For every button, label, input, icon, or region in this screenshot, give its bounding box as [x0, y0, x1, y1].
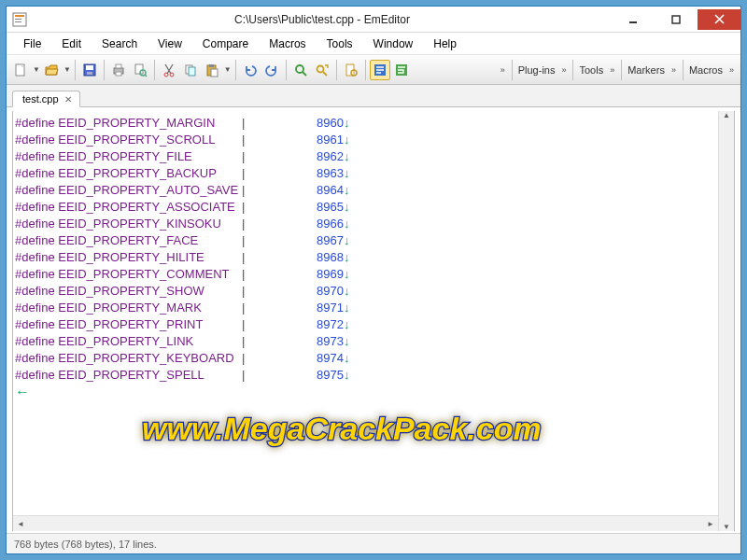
svg-rect-18	[189, 67, 195, 76]
menu-macros[interactable]: Macros	[260, 35, 315, 52]
code-line[interactable]: #define EEID_PROPERTY_FACE|8967↓	[15, 232, 734, 249]
svg-rect-3	[15, 21, 21, 22]
redo-icon[interactable]	[261, 60, 282, 80]
svg-point-16	[170, 73, 174, 77]
open-file-icon[interactable]	[41, 60, 62, 80]
minimize-button[interactable]	[612, 9, 655, 30]
code-line[interactable]: #define EEID_PROPERTY_HILITE|8968↓	[15, 249, 734, 266]
separator	[336, 60, 337, 80]
menu-help[interactable]: Help	[424, 35, 466, 52]
horizontal-scrollbar[interactable]: ◄►	[13, 515, 718, 531]
svg-rect-8	[86, 65, 93, 70]
code-line[interactable]: #define EEID_PROPERTY_COMMENT|8969↓	[15, 266, 734, 283]
tab-close-icon[interactable]: ✕	[64, 94, 72, 105]
separator	[154, 60, 155, 80]
code-line[interactable]: #define EEID_PROPERTY_MARK|8971↓	[15, 300, 734, 316]
menubar: File Edit Search View Compare Macros Too…	[7, 33, 740, 55]
separator	[75, 60, 76, 80]
svg-text:www.MegaCrackPack.com: www.MegaCrackPack.com	[142, 411, 542, 446]
svg-rect-2	[15, 19, 21, 20]
overflow-icon[interactable]: »	[498, 65, 508, 75]
tabbar: test.cpp ✕	[7, 85, 740, 107]
svg-rect-4	[629, 21, 637, 23]
replace-icon[interactable]	[312, 60, 332, 80]
statusbar: 768 bytes (768 bytes), 17 lines.	[7, 533, 740, 553]
dropdown-icon[interactable]: ▼	[63, 65, 71, 74]
editor-area[interactable]: #define EEID_PROPERTY_MARGIN|8960↓#defin…	[12, 111, 735, 531]
separator	[512, 60, 513, 80]
code-line[interactable]: #define EEID_PROPERTY_SPELL|8975↓	[15, 367, 734, 384]
code-content[interactable]: #define EEID_PROPERTY_MARGIN|8960↓#defin…	[13, 111, 734, 384]
toolbar-plugins-label[interactable]: Plug-ins	[516, 64, 557, 76]
word-wrap-icon[interactable]	[370, 60, 390, 80]
code-line[interactable]: #define EEID_PROPERTY_PRINT|8972↓	[15, 316, 734, 333]
svg-rect-13	[135, 64, 143, 74]
code-line[interactable]: #define EEID_PROPERTY_SCROLL|8961↓	[15, 132, 734, 148]
separator	[365, 60, 366, 80]
menu-file[interactable]: File	[14, 35, 50, 52]
large-file-icon[interactable]	[341, 60, 361, 80]
window-title: C:\Users\Public\test.cpp - EmEditor	[33, 13, 612, 26]
undo-icon[interactable]	[240, 60, 261, 80]
svg-rect-5	[672, 16, 680, 23]
code-line[interactable]: #define EEID_PROPERTY_KINSOKU|8966↓	[15, 216, 734, 232]
paste-icon[interactable]	[202, 60, 222, 80]
app-window: C:\Users\Public\test.cpp - EmEditor File…	[6, 6, 741, 554]
overflow-icon[interactable]: »	[669, 65, 679, 75]
overflow-icon[interactable]: »	[607, 65, 617, 75]
code-line[interactable]: #define EEID_PROPERTY_FILE|8962↓	[15, 148, 734, 165]
menu-edit[interactable]: Edit	[52, 35, 91, 52]
code-line[interactable]: #define EEID_PROPERTY_AUTO_SAVE|8964↓	[15, 182, 734, 199]
maximize-button[interactable]	[655, 9, 698, 30]
watermark: www.MegaCrackPack.com www.MegaCrackPack.…	[134, 393, 629, 468]
dropdown-icon[interactable]: ▼	[33, 65, 40, 74]
menu-tools[interactable]: Tools	[317, 35, 362, 52]
code-line[interactable]: #define EEID_PROPERTY_SHOW|8970↓	[15, 283, 734, 300]
print-icon[interactable]	[108, 60, 129, 80]
toolbar: ▼ ▼ ▼ » Plug-ins» Tools» Markers» Macros…	[7, 55, 740, 85]
separator	[104, 60, 105, 80]
app-icon	[12, 12, 27, 27]
svg-rect-9	[87, 72, 92, 75]
svg-rect-21	[211, 69, 218, 77]
code-line[interactable]: #define EEID_PROPERTY_LINK|8973↓	[15, 333, 734, 350]
separator	[286, 60, 287, 80]
svg-rect-11	[116, 64, 121, 68]
svg-point-15	[164, 73, 168, 77]
wrap-window-icon[interactable]	[391, 60, 412, 80]
menu-search[interactable]: Search	[92, 35, 147, 52]
separator	[572, 60, 573, 80]
menu-compare[interactable]: Compare	[193, 35, 258, 52]
new-file-icon[interactable]	[10, 60, 31, 80]
svg-point-22	[296, 65, 303, 73]
toolbar-tools-label[interactable]: Tools	[577, 64, 605, 76]
svg-rect-1	[15, 15, 24, 17]
dropdown-icon[interactable]: ▼	[224, 65, 232, 74]
copy-icon[interactable]	[180, 60, 201, 80]
find-icon[interactable]	[290, 60, 311, 80]
separator	[621, 60, 622, 80]
menu-view[interactable]: View	[148, 35, 191, 52]
tab-label: test.cpp	[22, 93, 59, 105]
svg-rect-20	[209, 64, 214, 67]
close-button[interactable]	[698, 9, 740, 30]
code-line[interactable]: #define EEID_PROPERTY_KEYBOARD|8974↓	[15, 350, 734, 367]
code-line[interactable]: #define EEID_PROPERTY_MARGIN|8960↓	[15, 115, 734, 132]
file-tab[interactable]: test.cpp ✕	[12, 91, 80, 107]
code-line[interactable]: #define EEID_PROPERTY_ASSOCIATE|8965↓	[15, 199, 734, 216]
status-text: 768 bytes (768 bytes), 17 lines.	[14, 539, 157, 550]
vertical-scrollbar[interactable]: ▲▼	[718, 111, 734, 531]
menu-window[interactable]: Window	[364, 35, 423, 52]
separator	[683, 60, 684, 80]
toolbar-markers-label[interactable]: Markers	[626, 64, 667, 76]
titlebar: C:\Users\Public\test.cpp - EmEditor	[7, 7, 740, 33]
overflow-icon[interactable]: »	[558, 65, 569, 75]
overflow-icon[interactable]: »	[726, 65, 737, 75]
cut-icon[interactable]	[159, 60, 179, 80]
print-preview-icon[interactable]	[130, 60, 150, 80]
separator	[235, 60, 236, 80]
toolbar-macros-label[interactable]: Macros	[687, 64, 725, 76]
save-icon[interactable]	[79, 60, 100, 80]
svg-point-23	[317, 65, 323, 72]
code-line[interactable]: #define EEID_PROPERTY_BACKUP|8963↓	[15, 165, 734, 182]
